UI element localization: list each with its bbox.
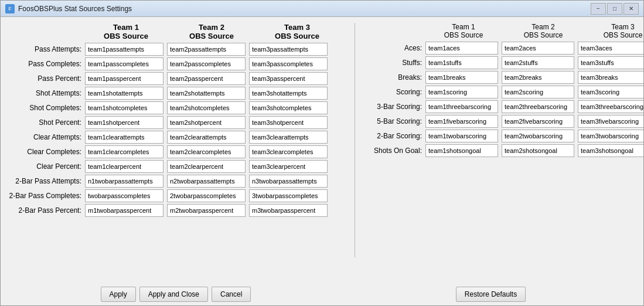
right-row-4: 3-Bar Scoring:	[367, 100, 643, 113]
right-input-6-1[interactable]	[502, 130, 574, 142]
left-input-7-2[interactable]	[249, 145, 328, 158]
left-team3-name: Team 3	[284, 23, 310, 32]
right-input-5-1[interactable]	[502, 115, 574, 128]
left-input-9-2[interactable]	[249, 175, 328, 188]
left-input-8-0[interactable]	[85, 160, 163, 173]
left-input-5-0[interactable]	[85, 116, 163, 129]
right-input-2-1[interactable]	[502, 71, 574, 84]
right-input-0-1[interactable]	[502, 42, 574, 55]
right-section: Team 1 OBS Source Team 2 OBS Source Team…	[367, 23, 643, 254]
maximize-button[interactable]: □	[607, 3, 622, 15]
app-icon: F	[5, 4, 15, 13]
right-row-label-5: 5-Bar Scoring:	[367, 117, 425, 125]
left-input-3-2[interactable]	[249, 87, 328, 100]
left-input-0-2[interactable]	[249, 43, 328, 56]
right-input-2-0[interactable]	[425, 71, 498, 84]
right-input-7-2[interactable]	[578, 144, 643, 157]
left-input-2-1[interactable]	[167, 72, 246, 85]
right-team3-obs: OBS Source	[604, 31, 643, 39]
left-rows: Pass Attempts:Pass Completes:Pass Percen…	[9, 43, 343, 217]
right-input-7-1[interactable]	[502, 144, 574, 157]
left-input-11-2[interactable]	[249, 204, 328, 217]
left-input-10-1[interactable]	[167, 189, 246, 202]
left-input-1-0[interactable]	[85, 57, 163, 70]
left-input-11-1[interactable]	[167, 204, 246, 217]
left-input-5-2[interactable]	[249, 116, 328, 129]
right-row-label-2: Breaks:	[367, 73, 425, 81]
section-divider	[355, 23, 355, 257]
left-input-3-0[interactable]	[85, 87, 163, 100]
left-input-1-1[interactable]	[167, 57, 246, 70]
footer: Apply Apply and Close Cancel Restore Def…	[1, 283, 643, 305]
left-row-label-6: Clear Attempts:	[9, 133, 85, 141]
apply-close-button[interactable]: Apply and Close	[139, 287, 208, 302]
right-input-0-0[interactable]	[425, 42, 498, 55]
left-input-9-0[interactable]	[85, 175, 163, 188]
left-input-7-0[interactable]	[85, 145, 163, 158]
left-row-10: 2-Bar Pass Completes:	[9, 189, 343, 202]
right-input-7-0[interactable]	[425, 144, 498, 157]
left-input-10-2[interactable]	[249, 189, 328, 202]
left-input-8-1[interactable]	[167, 160, 246, 173]
right-col-headers: Team 1 OBS Source Team 2 OBS Source Team…	[367, 23, 643, 39]
apply-button[interactable]: Apply	[101, 287, 136, 302]
left-input-8-2[interactable]	[249, 160, 328, 173]
left-team1-name: Team 1	[113, 23, 139, 32]
left-input-0-0[interactable]	[85, 43, 163, 56]
right-team1-name: Team 1	[452, 23, 475, 31]
left-input-3-1[interactable]	[167, 87, 246, 100]
content-area: Team 1 OBS Source Team 2 OBS Source Team…	[1, 17, 643, 283]
right-input-4-0[interactable]	[425, 100, 498, 113]
right-input-6-2[interactable]	[578, 130, 643, 142]
left-row-label-5: Shot Percent:	[9, 118, 85, 127]
left-input-4-2[interactable]	[249, 101, 328, 114]
right-input-4-1[interactable]	[502, 100, 574, 113]
right-input-5-2[interactable]	[578, 115, 643, 128]
left-input-7-1[interactable]	[167, 145, 246, 158]
left-input-4-1[interactable]	[167, 101, 246, 114]
left-input-9-1[interactable]	[167, 175, 246, 188]
left-input-2-0[interactable]	[85, 72, 163, 85]
right-row-label-3: Scoring:	[367, 88, 425, 96]
left-input-10-0[interactable]	[85, 189, 163, 202]
right-input-2-2[interactable]	[578, 71, 643, 84]
left-team3-header: Team 3 OBS Source	[256, 23, 338, 40]
left-input-6-2[interactable]	[249, 131, 328, 144]
left-row-label-1: Pass Completes:	[9, 60, 85, 68]
cancel-button[interactable]: Cancel	[212, 287, 251, 302]
left-input-6-1[interactable]	[167, 131, 246, 144]
left-row-5: Shot Percent:	[9, 116, 343, 129]
left-input-6-0[interactable]	[85, 131, 163, 144]
left-row-label-10: 2-Bar Pass Completes:	[9, 192, 85, 200]
right-input-1-0[interactable]	[425, 56, 498, 69]
right-input-1-2[interactable]	[578, 56, 643, 69]
minimize-button[interactable]: −	[591, 3, 606, 15]
left-input-4-0[interactable]	[85, 101, 163, 114]
close-button[interactable]: ✕	[623, 3, 639, 15]
right-row-2: Breaks:	[367, 71, 643, 84]
right-input-3-0[interactable]	[425, 86, 498, 98]
left-row-label-7: Clear Completes:	[9, 148, 85, 156]
right-row-label-0: Aces:	[367, 44, 425, 52]
left-section: Team 1 OBS Source Team 2 OBS Source Team…	[9, 23, 343, 254]
title-controls: − □ ✕	[591, 3, 639, 15]
left-input-1-2[interactable]	[249, 57, 328, 70]
left-row-4: Shot Completes:	[9, 101, 343, 114]
left-row-label-11: 2-Bar Pass Percent:	[9, 206, 85, 215]
right-input-0-2[interactable]	[578, 42, 643, 55]
right-input-3-1[interactable]	[502, 86, 574, 98]
right-input-6-0[interactable]	[425, 130, 498, 142]
restore-defaults-button[interactable]: Restore Defaults	[456, 287, 526, 302]
left-input-11-0[interactable]	[85, 204, 163, 217]
right-input-1-1[interactable]	[502, 56, 574, 69]
right-row-7: Shots On Goal:	[367, 144, 643, 157]
left-row-2: Pass Percent:	[9, 72, 343, 85]
right-input-3-2[interactable]	[578, 86, 643, 98]
right-team2-header: Team 2 OBS Source	[505, 23, 581, 39]
right-input-5-0[interactable]	[425, 115, 498, 128]
left-input-2-2[interactable]	[249, 72, 328, 85]
right-row-3: Scoring:	[367, 86, 643, 98]
left-input-0-1[interactable]	[167, 43, 246, 56]
left-input-5-1[interactable]	[167, 116, 246, 129]
right-input-4-2[interactable]	[578, 100, 643, 113]
